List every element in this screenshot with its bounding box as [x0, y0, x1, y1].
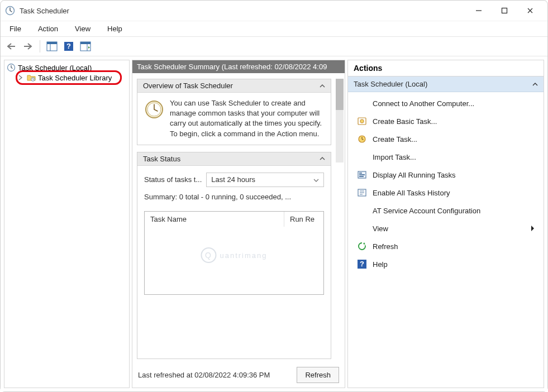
- action-label: View: [373, 224, 525, 233]
- actions-context[interactable]: Task Scheduler (Local): [348, 77, 544, 92]
- action-label: Import Task...: [373, 153, 416, 161]
- refresh-icon: [357, 241, 367, 251]
- tree-root[interactable]: Task Scheduler (Local): [6, 63, 128, 73]
- tree-root-label: Task Scheduler (Local): [18, 64, 92, 72]
- action-label: AT Service Account Configuration: [373, 207, 480, 215]
- history-icon: [357, 188, 367, 198]
- actions-heading: Actions: [348, 60, 544, 77]
- tree-library-label: Task Scheduler Library: [38, 74, 112, 82]
- overview-clock-icon: [144, 99, 164, 119]
- task-status-header[interactable]: Task Status: [137, 152, 331, 166]
- action-label: Help: [373, 260, 388, 269]
- action-at-service[interactable]: AT Service Account Configuration: [348, 202, 544, 219]
- svg-text:?: ?: [66, 42, 71, 50]
- minimize-button[interactable]: [466, 2, 492, 20]
- summary-panel: Task Scheduler Summary (Last refreshed: …: [132, 60, 345, 388]
- content-body: Task Scheduler (Local) Task Scheduler Li…: [1, 56, 547, 391]
- svg-rect-2: [502, 8, 507, 13]
- folder-clock-icon: [27, 73, 36, 82]
- nav-forward-button[interactable]: [21, 39, 35, 54]
- svg-rect-21: [359, 173, 362, 174]
- status-range-value: Last 24 hours: [211, 175, 255, 184]
- action-connect[interactable]: Connect to Another Computer...: [348, 94, 544, 112]
- menu-action[interactable]: Action: [35, 23, 61, 34]
- chevron-down-icon: [313, 178, 319, 183]
- task-table[interactable]: Task Name Run Re: [144, 211, 324, 295]
- action-label: Enable All Tasks History: [373, 189, 450, 197]
- action-enable-history[interactable]: Enable All Tasks History: [348, 184, 544, 202]
- action-import-task[interactable]: Import Task...: [348, 148, 544, 166]
- action-label: Display All Running Tasks: [373, 171, 456, 179]
- collapse-icon: [320, 156, 325, 161]
- help-button[interactable]: ?: [61, 39, 76, 54]
- svg-rect-22: [359, 174, 365, 175]
- tree-library[interactable]: Task Scheduler Library: [17, 73, 128, 83]
- overview-title: Overview of Task Scheduler: [143, 82, 233, 90]
- nav-back-button[interactable]: [4, 39, 18, 54]
- last-refreshed-label: Last refreshed at 02/08/2022 4:09:36 PM: [138, 371, 292, 379]
- svg-rect-23: [359, 176, 364, 177]
- col-run-result[interactable]: Run Re: [284, 212, 323, 227]
- collapse-icon: [532, 82, 538, 87]
- action-label: Refresh: [373, 242, 398, 251]
- overview-text: You can use Task Scheduler to create and…: [170, 98, 324, 139]
- scrollbar-thumb[interactable]: [336, 79, 344, 110]
- blank-icon: [357, 223, 367, 233]
- help-icon: ?: [357, 259, 367, 269]
- svg-point-18: [360, 119, 364, 123]
- running-tasks-icon: [357, 170, 367, 180]
- col-task-name[interactable]: Task Name: [145, 212, 284, 227]
- action-help[interactable]: ? Help: [348, 255, 544, 273]
- refresh-button[interactable]: Refresh: [297, 367, 339, 383]
- title-bar: Task Scheduler: [1, 1, 547, 21]
- blank-icon: [357, 98, 367, 108]
- blank-icon: [357, 152, 367, 162]
- action-create-basic-task[interactable]: Create Basic Task...: [348, 112, 544, 130]
- action-display-running[interactable]: Display All Running Tasks: [348, 166, 544, 184]
- action-label: Create Task...: [373, 135, 417, 144]
- blank-icon: [357, 205, 367, 216]
- basic-task-icon: [357, 116, 367, 126]
- vertical-scrollbar[interactable]: [336, 79, 344, 162]
- task-status-title: Task Status: [143, 155, 180, 163]
- toolbar: ?: [1, 36, 547, 56]
- toolbar-divider: [40, 40, 40, 52]
- chevron-right-icon: [530, 225, 535, 232]
- summary-header: Task Scheduler Summary (Last refreshed: …: [132, 60, 345, 73]
- menu-view[interactable]: View: [72, 23, 94, 34]
- actions-context-label: Task Scheduler (Local): [354, 80, 427, 88]
- action-refresh[interactable]: Refresh: [348, 237, 544, 255]
- action-label: Connect to Another Computer...: [373, 99, 474, 108]
- window-title: Task Scheduler: [20, 7, 69, 15]
- svg-rect-11: [80, 42, 90, 44]
- app-clock-icon: [5, 6, 15, 16]
- action-view[interactable]: View: [348, 219, 544, 237]
- chevron-right-icon: [18, 75, 25, 80]
- app-window: Task Scheduler File Action View Help ? T…: [0, 0, 548, 392]
- table-header: Task Name Run Re: [145, 212, 323, 227]
- summary-line: Summary: 0 total - 0 running, 0 succeede…: [137, 187, 331, 201]
- maximize-button[interactable]: [492, 2, 517, 20]
- show-hide-action-button[interactable]: [78, 39, 93, 54]
- overview-section: Overview of Task Scheduler You can use T…: [137, 79, 331, 145]
- menu-bar: File Action View Help: [1, 21, 547, 36]
- collapse-icon: [320, 84, 325, 88]
- overview-header[interactable]: Overview of Task Scheduler: [137, 79, 331, 93]
- task-status-section: Task Status Quantrimang Status of tasks …: [137, 152, 331, 359]
- menu-help[interactable]: Help: [104, 23, 126, 34]
- create-task-icon: [357, 134, 367, 144]
- status-range-label: Status of tasks t...: [144, 175, 202, 184]
- action-create-task[interactable]: Create Task...: [348, 130, 544, 148]
- menu-file[interactable]: File: [6, 23, 25, 34]
- svg-rect-6: [47, 42, 57, 44]
- action-label: Create Basic Task...: [373, 117, 437, 126]
- summary-footer: Last refreshed at 02/08/2022 4:09:36 PM …: [132, 362, 345, 388]
- svg-text:?: ?: [360, 260, 364, 268]
- status-range-combo[interactable]: Last 24 hours: [206, 173, 324, 187]
- close-button[interactable]: [517, 2, 543, 20]
- actions-panel: Actions Task Scheduler (Local) Connect t…: [347, 60, 544, 388]
- tree-panel: Task Scheduler (Local) Task Scheduler Li…: [4, 60, 130, 388]
- clock-icon: [7, 63, 16, 72]
- show-hide-tree-button[interactable]: [45, 39, 59, 54]
